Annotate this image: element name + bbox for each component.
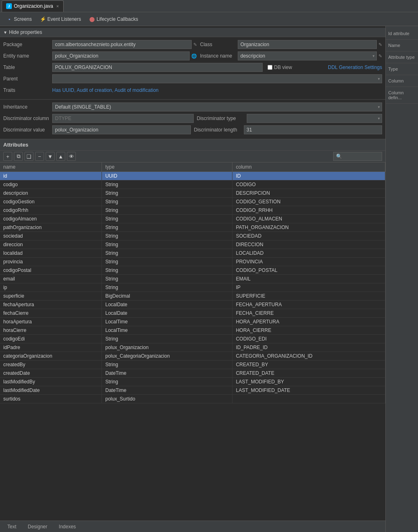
bottom-tab-text[interactable]: Text [3, 522, 20, 531]
tab-organizacion[interactable]: J Organizacion.java × [2, 0, 64, 12]
table-row[interactable]: lastModifiedDateDateTimeLAST_MODIFIED_DA… [0, 386, 385, 395]
main-content: ▼ Hide properties Package ✎ Class ✎ Ent [0, 26, 418, 532]
discriminator-val-len-row: Discriminator value Discriminator length [3, 125, 382, 135]
parent-select-wrapper[interactable] [52, 74, 382, 83]
table-input[interactable] [52, 63, 263, 72]
cell-name: createdDate [0, 369, 102, 378]
cell-name: idPadre [0, 343, 102, 352]
cell-column: CODIGO_POSTAL [232, 266, 385, 275]
discriminator-value-input[interactable] [52, 125, 191, 134]
traits-value[interactable]: Has UUID, Audit of creation, Audit of mo… [52, 87, 159, 93]
tab-close-button[interactable]: × [56, 4, 59, 9]
attributes-table: name type column idUUIDIDcodigoStringCOD… [0, 162, 385, 403]
parent-select[interactable] [52, 74, 382, 83]
cell-type: String [102, 206, 232, 215]
table-row[interactable]: idUUIDID [0, 172, 385, 180]
package-field-wrapper: ✎ [52, 40, 197, 49]
eye-button[interactable]: 👁 [67, 152, 76, 161]
table-row[interactable]: codigoAlmacenStringCODIGO_ALMACEN [0, 215, 385, 223]
event-listeners-button[interactable]: ⚡ Event Listeners [37, 15, 84, 23]
table-row[interactable]: createdDateDateTimeCREATED_DATE [0, 369, 385, 378]
ddl-settings-link[interactable]: DDL Generation Settings [328, 65, 382, 70]
table-row[interactable]: codigoPostalStringCODIGO_POSTAL [0, 266, 385, 275]
table-row[interactable]: surtidospolux_Surtido [0, 395, 385, 403]
cell-column: CREATED_DATE [232, 369, 385, 378]
cell-column: PROVINCIA [232, 258, 385, 266]
table-row[interactable]: codigoGestionStringCODIGO_GESTION [0, 198, 385, 206]
table-row[interactable]: idPadrepolux_OrganizacionID_PADRE_ID [0, 343, 385, 352]
table-row[interactable]: provinciaStringPROVINCIA [0, 258, 385, 266]
package-input[interactable] [52, 40, 192, 49]
hide-properties-header[interactable]: ▼ Hide properties [0, 28, 385, 37]
class-input[interactable] [238, 40, 377, 49]
sidebar-item-column-definition[interactable]: Column defin... [386, 87, 418, 104]
screens-button[interactable]: ▪ Screens [3, 15, 35, 23]
table-row[interactable]: fechaAperturaLocalDateFECHA_APERTURA [0, 301, 385, 309]
entity-name-input[interactable] [52, 51, 190, 60]
sidebar-item-attribute-type[interactable]: Attribute type [386, 51, 418, 63]
lifecycle-callbacks-label: Lifecycle Callbacks [97, 16, 138, 22]
table-row[interactable]: lastModifiedByStringLAST_MODIFIED_BY [0, 378, 385, 386]
discriminator-length-label: Discriminator length [191, 127, 244, 133]
bottom-tab-designer[interactable]: Designer [24, 522, 51, 531]
properties-form: Package ✎ Class ✎ Entity name 🌐 Inst [0, 37, 385, 100]
cell-type: LocalTime [102, 318, 232, 326]
table-row[interactable]: pathOrganizacionStringPATH_ORGANIZACION [0, 223, 385, 232]
package-edit-icon[interactable]: ✎ [193, 42, 197, 47]
cell-column: CODIGO_ALMACEN [232, 215, 385, 223]
bottom-tab-indexes[interactable]: Indexes [55, 522, 80, 531]
add-attribute-button[interactable]: + [3, 152, 12, 161]
table-row[interactable]: categoriaOrganizacionpolux_CategoriaOrga… [0, 352, 385, 361]
remove-attribute-button[interactable]: − [35, 152, 44, 161]
db-view-checkbox[interactable] [268, 65, 272, 70]
move-down-button[interactable]: ▼ [46, 152, 55, 161]
package-label: Package [3, 42, 52, 47]
table-row[interactable]: direccionStringDIRECCION [0, 240, 385, 249]
table-row[interactable]: ipStringIP [0, 283, 385, 292]
table-row[interactable]: fechaCierreLocalDateFECHA_CIERRE [0, 309, 385, 318]
lifecycle-callbacks-button[interactable]: ⬤ Lifecycle Callbacks [86, 15, 142, 23]
copy-attribute-button[interactable]: ⧉ [14, 152, 23, 161]
java-file-icon: J [6, 3, 12, 9]
inheritance-select-wrapper[interactable]: Default (SINGLE_TABLE) [52, 102, 382, 111]
attributes-header: Attributes [0, 139, 385, 151]
table-row[interactable]: localidadStringLOCALIDAD [0, 249, 385, 258]
inheritance-select[interactable]: Default (SINGLE_TABLE) [52, 102, 382, 111]
table-row[interactable]: codigoRrhhStringCODIGO_RRHH [0, 206, 385, 215]
cell-type: LocalDate [102, 301, 232, 309]
sidebar-item-id-attribute[interactable]: Id attribute [386, 28, 418, 40]
table-row[interactable]: superficieBigDecimalSUPERFICIE [0, 292, 385, 301]
table-row[interactable]: horaCierreLocalTimeHORA_CIERRE [0, 326, 385, 335]
table-row[interactable]: codigoStringCODIGO [0, 180, 385, 189]
cell-column: FECHA_APERTURA [232, 301, 385, 309]
discriminator-column-input[interactable] [52, 114, 194, 123]
discriminator-length-input[interactable] [244, 125, 383, 134]
table-row[interactable]: descripcionStringDESCRIPCION [0, 189, 385, 198]
inheritance-label: Inheritance [3, 104, 52, 110]
sidebar-item-column[interactable]: Column [386, 75, 418, 87]
cell-column: CODIGO_RRHH [232, 206, 385, 215]
sidebar-item-name[interactable]: Name [386, 40, 418, 51]
attribute-search-input[interactable] [333, 152, 382, 161]
table-label: Table [3, 65, 52, 70]
table-row[interactable]: sociedadStringSOCIEDAD [0, 232, 385, 240]
table-row[interactable]: emailStringEMAIL [0, 275, 385, 283]
duplicate-attribute-button[interactable]: ❑ [24, 152, 33, 161]
discriminator-type-select[interactable] [247, 114, 383, 123]
instance-edit-icon[interactable]: ✎ [378, 53, 382, 59]
instance-name-select[interactable]: descripcion [238, 51, 377, 60]
globe-icon[interactable]: 🌐 [191, 53, 197, 59]
instance-name-select-wrapper[interactable]: descripcion [238, 51, 377, 60]
class-edit-icon[interactable]: ✎ [378, 42, 382, 47]
cell-type: String [102, 283, 232, 292]
table-row[interactable]: codigoEdiStringCODIGO_EDI [0, 335, 385, 343]
table-row[interactable]: horaAperturaLocalTimeHORA_APERTURA [0, 318, 385, 326]
table-row[interactable]: createdByStringCREATED_BY [0, 361, 385, 369]
move-up-button[interactable]: ▲ [56, 152, 65, 161]
hide-properties-label: Hide properties [9, 29, 42, 35]
cell-type: String [102, 361, 232, 369]
instance-name-wrapper: descripcion ✎ [238, 51, 383, 60]
sidebar-item-type[interactable]: Type [386, 63, 418, 75]
discriminator-type-wrapper[interactable] [247, 114, 383, 123]
cell-name: localidad [0, 249, 102, 258]
